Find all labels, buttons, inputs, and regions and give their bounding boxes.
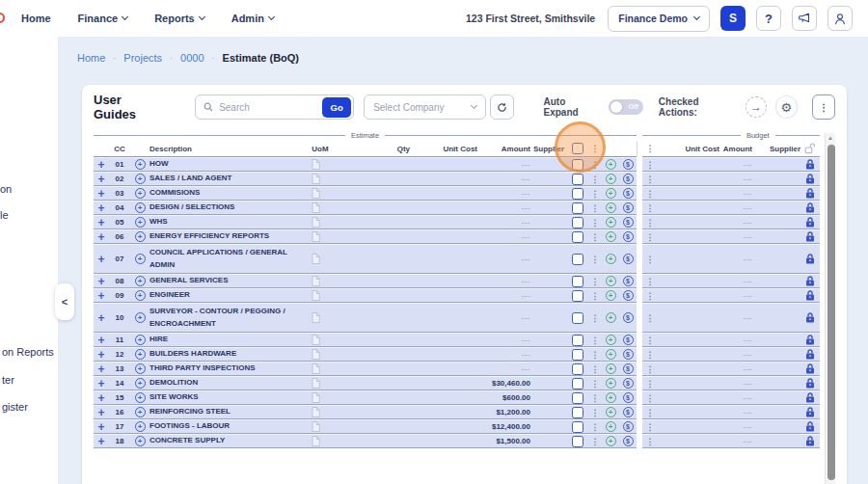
document-icon[interactable]: [312, 392, 320, 403]
row-checkbox[interactable]: [572, 202, 583, 214]
kebab-icon[interactable]: ⋮: [646, 437, 655, 446]
lock-icon[interactable]: [805, 335, 815, 345]
settings-button[interactable]: ⚙: [775, 95, 799, 119]
row-checkbox[interactable]: [572, 349, 583, 361]
kebab-icon[interactable]: ⋮: [646, 232, 655, 242]
kebab-icon[interactable]: ⋮: [646, 379, 655, 389]
kebab-icon[interactable]: ⋮: [591, 422, 600, 432]
add-line-icon[interactable]: +: [97, 335, 104, 346]
add-circle-green-icon[interactable]: +: [606, 407, 616, 417]
lock-icon[interactable]: [805, 378, 815, 389]
add-circle-green-icon[interactable]: +: [606, 188, 616, 199]
document-icon[interactable]: [312, 378, 320, 389]
add-line-icon[interactable]: +: [97, 349, 104, 361]
add-line-icon[interactable]: +: [97, 217, 104, 229]
breadcrumb-project-number[interactable]: 0000: [180, 52, 203, 64]
lock-icon[interactable]: [805, 202, 815, 213]
add-circle-green-icon[interactable]: +: [606, 276, 616, 286]
dollar-circle-icon[interactable]: $: [623, 312, 634, 323]
kebab-icon[interactable]: ⋮: [646, 255, 655, 264]
add-line-icon[interactable]: +: [97, 407, 104, 418]
expand-circle-icon[interactable]: +: [135, 159, 146, 170]
lock-icon[interactable]: [805, 276, 815, 286]
dollar-circle-icon[interactable]: $: [623, 231, 634, 242]
nav-reports[interactable]: Reports: [154, 13, 204, 24]
row-checkbox[interactable]: [572, 254, 583, 265]
document-icon[interactable]: [312, 363, 320, 374]
help-button[interactable]: ?: [756, 6, 781, 31]
row-checkbox[interactable]: [572, 335, 583, 346]
add-line-icon[interactable]: +: [97, 254, 104, 265]
expand-circle-icon[interactable]: +: [135, 349, 146, 360]
dollar-circle-icon[interactable]: $: [623, 290, 634, 301]
scroll-up-arrow[interactable]: ▲: [826, 133, 835, 143]
kebab-icon[interactable]: ⋮: [591, 408, 600, 417]
select-company-dropdown[interactable]: Select Company: [364, 94, 486, 120]
checked-actions-button[interactable]: →: [746, 96, 767, 118]
document-icon[interactable]: [312, 188, 320, 199]
kebab-icon[interactable]: ⋮: [591, 364, 600, 374]
document-icon[interactable]: [312, 349, 320, 360]
dollar-circle-icon[interactable]: $: [623, 363, 634, 374]
row-checkbox[interactable]: [572, 276, 583, 287]
add-circle-green-icon[interactable]: +: [606, 290, 616, 301]
lock-icon[interactable]: [805, 312, 815, 323]
document-icon[interactable]: [312, 254, 320, 264]
dollar-circle-icon[interactable]: $: [623, 276, 634, 286]
expand-circle-icon[interactable]: +: [135, 436, 146, 446]
row-checkbox[interactable]: [572, 436, 583, 447]
row-checkbox[interactable]: [572, 378, 583, 390]
dollar-circle-icon[interactable]: $: [623, 174, 634, 184]
sidebar-item-clipped-2[interactable]: le: [0, 209, 9, 221]
expand-circle-icon[interactable]: +: [135, 392, 146, 403]
sidebar-collapse-button[interactable]: <: [55, 283, 74, 320]
add-line-icon[interactable]: +: [97, 421, 104, 433]
kebab-icon[interactable]: ⋮: [646, 189, 655, 199]
scrollbar-thumb[interactable]: [827, 145, 835, 480]
expand-circle-icon[interactable]: +: [135, 188, 146, 199]
expand-circle-icon[interactable]: +: [135, 290, 146, 301]
document-icon[interactable]: [312, 202, 320, 213]
add-circle-green-icon[interactable]: +: [606, 174, 616, 184]
kebab-icon[interactable]: ⋮: [591, 336, 600, 345]
row-checkbox[interactable]: [572, 159, 583, 171]
nav-finance[interactable]: Finance: [78, 13, 128, 24]
dollar-circle-icon[interactable]: $: [623, 188, 634, 199]
kebab-icon[interactable]: ⋮: [591, 218, 600, 228]
add-circle-green-icon[interactable]: +: [606, 312, 616, 323]
add-circle-green-icon[interactable]: +: [606, 254, 616, 264]
lock-icon[interactable]: [805, 254, 815, 264]
sidebar-item-clipped-1[interactable]: on: [0, 183, 12, 195]
lock-icon[interactable]: [805, 421, 815, 432]
add-line-icon[interactable]: +: [97, 290, 104, 302]
kebab-icon[interactable]: ⋮: [646, 408, 655, 417]
dollar-circle-icon[interactable]: $: [623, 217, 634, 228]
vertical-scrollbar[interactable]: ▲: [825, 133, 835, 484]
kebab-icon[interactable]: ⋮: [646, 203, 655, 213]
lock-icon[interactable]: [805, 231, 815, 242]
add-circle-green-icon[interactable]: +: [606, 231, 616, 242]
row-checkbox[interactable]: [572, 188, 583, 200]
kebab-icon[interactable]: ⋮: [591, 291, 600, 301]
kebab-icon[interactable]: ⋮: [646, 350, 655, 360]
row-checkbox[interactable]: [572, 217, 583, 229]
lock-icon[interactable]: [805, 349, 815, 360]
kebab-icon[interactable]: ⋮: [646, 160, 655, 170]
expand-circle-icon[interactable]: +: [135, 378, 146, 389]
select-all-checkbox[interactable]: [572, 143, 583, 154]
kebab-icon[interactable]: ⋮: [591, 393, 600, 403]
lock-icon[interactable]: [805, 217, 815, 228]
expand-circle-icon[interactable]: +: [135, 174, 146, 184]
row-checkbox[interactable]: [572, 363, 583, 375]
document-icon[interactable]: [312, 335, 320, 345]
nav-home[interactable]: Home: [21, 13, 51, 24]
document-icon[interactable]: [312, 421, 320, 432]
profile-button[interactable]: [827, 6, 853, 31]
kebab-icon[interactable]: ⋮: [591, 277, 600, 286]
row-checkbox[interactable]: [572, 290, 583, 302]
document-icon[interactable]: [312, 174, 320, 184]
kebab-icon[interactable]: ⋮: [646, 218, 655, 228]
kebab-icon[interactable]: ⋮: [646, 364, 655, 374]
kebab-icon[interactable]: ⋮: [591, 232, 600, 242]
breadcrumb-home[interactable]: Home: [77, 52, 105, 64]
